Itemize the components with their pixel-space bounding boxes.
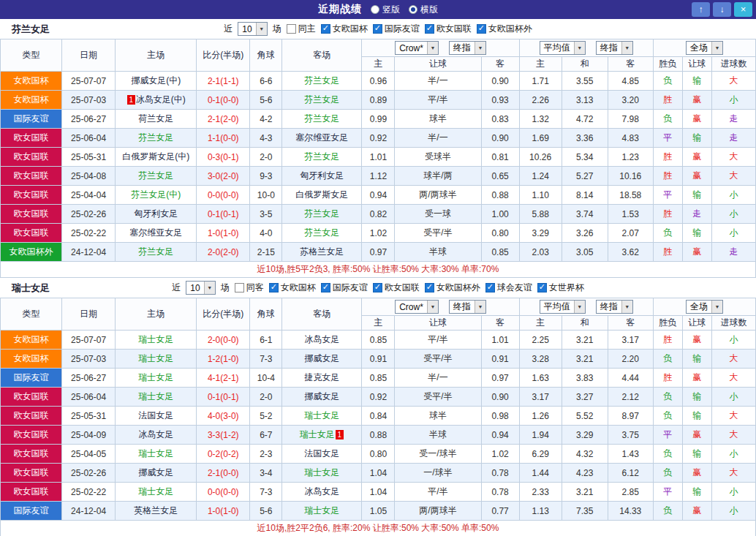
avg-time-select[interactable]: 终指▼ — [596, 41, 633, 55]
avg-draw-odds: 4.72 — [562, 110, 608, 129]
same-venue-checkbox[interactable]: 同客 — [235, 282, 264, 294]
away-team-link[interactable]: 瑞士女足1 — [282, 426, 362, 445]
odds-away: 1.00 — [481, 205, 519, 224]
away-team-link[interactable]: 挪威女足 — [282, 350, 362, 369]
result-outcome: 胜 — [653, 205, 682, 224]
home-team-link[interactable]: 白俄罗斯女足(中) — [116, 148, 197, 167]
away-team-link[interactable]: 匈牙利女足 — [282, 167, 362, 186]
home-team-link[interactable]: 瑞士女足 — [116, 483, 197, 502]
match-date: 25-07-07 — [62, 331, 116, 350]
result-goals: 小 — [711, 331, 755, 350]
chevron-down-icon: ▼ — [204, 282, 215, 294]
checked-checkbox-icon — [537, 283, 547, 292]
scope-select-value: 全场 — [687, 301, 711, 313]
away-team-link[interactable]: 芬兰女足 — [282, 72, 362, 91]
home-team-link[interactable]: 英格兰女足 — [116, 502, 197, 521]
match-type: 欧女国联 — [1, 224, 62, 243]
home-team-link[interactable]: 芬兰女足 — [116, 167, 197, 186]
away-team-link[interactable]: 芬兰女足 — [282, 224, 362, 243]
league-checkbox-3[interactable]: 女欧国杯外 — [425, 282, 480, 294]
home-team-link[interactable]: 瑞士女足 — [116, 350, 197, 369]
away-team-link[interactable]: 芬兰女足 — [282, 110, 362, 129]
home-team-link[interactable]: 冰岛女足 — [116, 426, 197, 445]
home-team-link[interactable]: 瑞士女足 — [116, 445, 197, 464]
result-handicap: 赢 — [682, 91, 711, 110]
table-row: 欧女国联25-04-05瑞士女足0-2(0-2)2-3法国女足0.80受一/球半… — [1, 445, 756, 464]
odds-home: 1.12 — [362, 167, 395, 186]
scope-select[interactable]: 全场▼ — [686, 300, 723, 314]
odds-home: 0.99 — [362, 110, 395, 129]
score: 1-2(1-0) — [197, 350, 250, 369]
same-venue-checkbox[interactable]: 同主 — [287, 23, 316, 35]
radio-vertical[interactable]: 竖版 — [371, 4, 400, 16]
league-checkbox-2[interactable]: 欧女国联 — [373, 282, 420, 294]
chevron-down-icon: ▼ — [427, 301, 438, 313]
bookmaker-select[interactable]: Crow*▼ — [395, 41, 439, 55]
avg-draw-odds: 3.21 — [562, 483, 608, 502]
league-checkbox-5[interactable]: 女世界杯 — [537, 282, 584, 294]
league-checkbox-2-label: 欧女国联 — [436, 23, 472, 35]
odds-time-select-value: 终指 — [450, 301, 475, 313]
home-team-link[interactable]: 荷兰女足 — [116, 110, 197, 129]
result-goals: 大 — [711, 72, 755, 91]
up-arrow-button[interactable]: ↑ — [692, 2, 710, 17]
recent-count-select[interactable]: 10▼ — [238, 22, 267, 36]
odds-away: 0.80 — [481, 224, 519, 243]
home-team-link[interactable]: 瑞士女足 — [116, 388, 197, 407]
avg-time-select[interactable]: 终指▼ — [596, 300, 633, 314]
league-checkbox-0[interactable]: 女欧国杯 — [269, 282, 316, 294]
radio-horizontal[interactable]: 横版 — [409, 4, 438, 16]
league-checkbox-4[interactable]: 球会友谊 — [485, 282, 532, 294]
away-team-link[interactable]: 冰岛女足 — [282, 483, 362, 502]
away-team-link[interactable]: 挪威女足 — [282, 388, 362, 407]
home-team-link[interactable]: 1冰岛女足(中) — [116, 91, 197, 110]
league-checkbox-2[interactable]: 欧女国联 — [425, 23, 472, 35]
away-team-link[interactable]: 法国女足 — [282, 445, 362, 464]
league-checkbox-0[interactable]: 女欧国杯 — [321, 23, 368, 35]
odds-away: 0.85 — [481, 243, 519, 262]
down-arrow-button[interactable]: ↓ — [713, 2, 731, 17]
average-select[interactable]: 平均值▼ — [540, 300, 586, 314]
home-team-link[interactable]: 挪威女足 — [116, 464, 197, 483]
avg-home-odds: 1.71 — [519, 72, 562, 91]
average-select[interactable]: 平均值▼ — [540, 41, 586, 55]
away-team-link[interactable]: 瑞士女足 — [282, 407, 362, 426]
result-goals: 走 — [711, 243, 755, 262]
away-team-link[interactable]: 塞尔维亚女足 — [282, 129, 362, 148]
away-team-link[interactable]: 芬兰女足 — [282, 205, 362, 224]
odds-time-select[interactable]: 终指▼ — [449, 41, 486, 55]
avg-away-odds: 4.44 — [608, 369, 653, 388]
close-button[interactable]: × — [734, 2, 752, 17]
away-team-link[interactable]: 瑞士女足 — [282, 502, 362, 521]
home-team-link[interactable]: 芬兰女足(中) — [116, 186, 197, 205]
chevron-down-icon: ▼ — [475, 301, 485, 313]
scope-select[interactable]: 全场▼ — [686, 41, 723, 55]
away-team-link[interactable]: 冰岛女足 — [282, 331, 362, 350]
league-checkbox-1[interactable]: 国际友谊 — [321, 282, 368, 294]
home-team-link[interactable]: 挪威女足(中) — [116, 72, 197, 91]
recent-count-select[interactable]: 10▼ — [186, 281, 215, 295]
radio-unselected-icon — [371, 5, 379, 14]
home-team-link[interactable]: 塞尔维亚女足 — [116, 224, 197, 243]
home-team-link[interactable]: 芬兰女足 — [116, 243, 197, 262]
result-handicap: 输 — [682, 407, 711, 426]
bookmaker-select[interactable]: Crow*▼ — [395, 300, 439, 314]
home-team-link[interactable]: 匈牙利女足 — [116, 205, 197, 224]
away-team-link[interactable]: 捷克女足 — [282, 369, 362, 388]
home-team-link[interactable]: 瑞士女足 — [116, 331, 197, 350]
away-team-link[interactable]: 白俄罗斯女足 — [282, 186, 362, 205]
col-header-score: 比分(半场) — [197, 39, 250, 72]
away-team-link[interactable]: 瑞士女足 — [282, 464, 362, 483]
sub-column-header: 让球 — [395, 57, 481, 72]
match-date: 25-02-26 — [62, 464, 116, 483]
away-team-link[interactable]: 芬兰女足 — [282, 148, 362, 167]
league-checkbox-1[interactable]: 国际友谊 — [373, 23, 420, 35]
home-team-link[interactable]: 瑞士女足 — [116, 369, 197, 388]
avg-home-odds: 2.25 — [519, 331, 562, 350]
away-team-link[interactable]: 芬兰女足 — [282, 91, 362, 110]
away-team-link[interactable]: 苏格兰女足 — [282, 243, 362, 262]
home-team-link[interactable]: 芬兰女足 — [116, 129, 197, 148]
odds-time-select[interactable]: 终指▼ — [449, 300, 486, 314]
league-checkbox-3[interactable]: 女欧国杯外 — [477, 23, 532, 35]
home-team-link[interactable]: 法国女足 — [116, 407, 197, 426]
